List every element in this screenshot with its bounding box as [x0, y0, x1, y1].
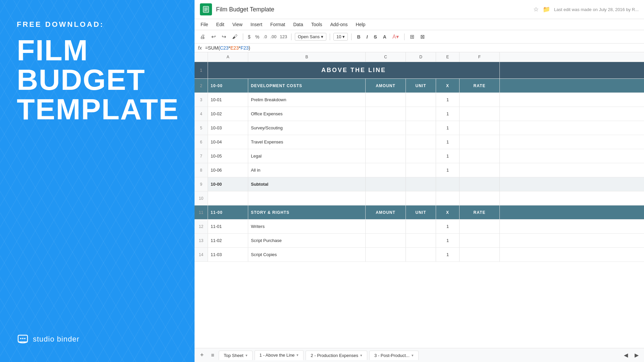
formula-content[interactable]: =SUM(C23*E23*F23) [205, 45, 641, 51]
tab-dropdown-icon[interactable]: ▾ [297, 353, 299, 357]
amount-cell[interactable] [366, 149, 406, 163]
amount-cell[interactable] [366, 135, 406, 149]
x-cell[interactable]: 1 [436, 248, 460, 261]
menu-data[interactable]: Data [292, 20, 304, 28]
line-code-cell[interactable]: 10-04 [208, 135, 248, 149]
menu-file[interactable]: File [200, 20, 209, 28]
rate-cell[interactable] [460, 93, 500, 107]
line-code-cell[interactable]: 11-01 [208, 220, 248, 233]
strikethrough-btn[interactable]: S [372, 33, 379, 41]
rate-cell[interactable] [460, 107, 500, 121]
font-size-selector[interactable]: 10 ▾ [333, 33, 348, 41]
rate-cell[interactable] [460, 149, 500, 163]
section-title-cell[interactable]: ABOVE THE LINE [208, 62, 500, 78]
line-name-cell[interactable]: Travel Expenses [248, 135, 366, 149]
menu-edit[interactable]: Edit [216, 20, 225, 28]
star-icon[interactable]: ☆ [533, 6, 539, 13]
col-header-f[interactable]: F [460, 52, 500, 62]
x-cell[interactable]: 1 [436, 135, 460, 149]
print-btn[interactable]: 🖨 [198, 33, 207, 41]
line-code-cell[interactable]: 11-03 [208, 248, 248, 261]
tab-dropdown-icon[interactable]: ▾ [412, 353, 414, 358]
empty-cell[interactable] [248, 191, 366, 205]
paint-format-btn[interactable]: 🖌 [230, 33, 239, 41]
rate-cell[interactable] [460, 248, 500, 261]
tab-top-sheet[interactable]: Top Sheet ▾ [219, 351, 253, 360]
sheet-list-button[interactable]: ≡ [208, 351, 217, 360]
redo-btn[interactable]: ↪ [220, 32, 228, 41]
subtotal-code-cell[interactable]: 10-00 [208, 177, 248, 191]
empty-cell[interactable] [436, 191, 460, 205]
percent-btn[interactable]: % [254, 33, 261, 41]
rate-cell[interactable] [460, 234, 500, 247]
currency-btn[interactable]: $ [247, 33, 252, 41]
line-name-cell[interactable]: All in [248, 163, 366, 177]
menu-insert[interactable]: Insert [250, 20, 263, 28]
tab-prev-button[interactable]: ◀ [621, 351, 631, 360]
menu-help[interactable]: Help [355, 20, 366, 28]
merge-btn[interactable]: ⊠ [418, 32, 427, 41]
unit-cell[interactable] [406, 135, 436, 149]
x-cell[interactable]: 1 [436, 121, 460, 135]
add-sheet-button[interactable]: + [197, 351, 207, 360]
line-code-cell[interactable]: 11-02 [208, 234, 248, 247]
line-name-cell[interactable]: Script Copies [248, 248, 366, 261]
amount-cell[interactable] [366, 93, 406, 107]
bold-btn[interactable]: B [355, 33, 362, 41]
font-selector[interactable]: Open Sans ▾ [295, 33, 326, 41]
amount-cell[interactable] [366, 107, 406, 121]
unit-cell[interactable] [406, 93, 436, 107]
amount-cell[interactable] [366, 248, 406, 261]
empty-cell[interactable] [208, 191, 248, 205]
line-code-cell[interactable]: 10-01 [208, 93, 248, 107]
line-name-cell[interactable]: Script Purchase [248, 234, 366, 247]
subtotal-rate-cell[interactable] [460, 177, 500, 191]
decimal-increase-btn[interactable]: .00 [270, 33, 277, 41]
underline-a-btn[interactable]: A [381, 33, 388, 41]
subtotal-label-cell[interactable]: Subtotal [248, 177, 366, 191]
folder-icon[interactable]: 📁 [543, 6, 550, 13]
menu-view[interactable]: View [232, 20, 243, 28]
unit-cell[interactable] [406, 121, 436, 135]
col-header-d[interactable]: D [406, 52, 436, 62]
x-cell[interactable]: 1 [436, 234, 460, 247]
italic-btn[interactable]: I [365, 33, 370, 41]
rate-cell[interactable] [460, 121, 500, 135]
col-header-e[interactable]: E [436, 52, 460, 62]
amount-cell[interactable] [366, 121, 406, 135]
unit-cell[interactable] [406, 107, 436, 121]
rate-cell[interactable] [460, 220, 500, 233]
tab-dropdown-icon[interactable]: ▾ [246, 353, 248, 358]
amount-cell[interactable] [366, 163, 406, 177]
line-code-cell[interactable]: 10-03 [208, 121, 248, 135]
category-name-cell[interactable]: DEVELOPMENT COSTS [248, 79, 366, 93]
fill-color-btn[interactable]: A▾ [390, 32, 401, 41]
line-name-cell[interactable]: Legal [248, 149, 366, 163]
empty-cell[interactable] [366, 191, 406, 205]
line-code-cell[interactable]: 10-05 [208, 149, 248, 163]
tab-next-button[interactable]: ▶ [632, 351, 641, 360]
subtotal-unit-cell[interactable] [406, 177, 436, 191]
tab-dropdown-icon[interactable]: ▾ [360, 353, 362, 358]
col-header-b[interactable]: B [248, 52, 366, 62]
x-cell[interactable]: 1 [436, 149, 460, 163]
decimal-decrease-btn[interactable]: .0 [263, 33, 268, 41]
amount-cell[interactable] [366, 220, 406, 233]
empty-cell[interactable] [406, 191, 436, 205]
undo-btn[interactable]: ↩ [209, 32, 218, 41]
unit-cell[interactable] [406, 149, 436, 163]
category-code-cell[interactable]: 11-00 [208, 205, 248, 219]
tab-post-production[interactable]: 3 - Post-Product... ▾ [369, 351, 419, 360]
rate-cell[interactable] [460, 135, 500, 149]
unit-cell[interactable] [406, 234, 436, 247]
x-cell[interactable]: 1 [436, 163, 460, 177]
line-name-cell[interactable]: Writers [248, 220, 366, 233]
line-name-cell[interactable]: Prelim Breakdown [248, 93, 366, 107]
col-header-c[interactable]: C [366, 52, 406, 62]
x-cell[interactable]: 1 [436, 220, 460, 233]
decimal-format-btn[interactable]: 123 [279, 33, 288, 41]
line-name-cell[interactable]: Survey/Scouting [248, 121, 366, 135]
empty-cell[interactable] [460, 191, 500, 205]
rate-cell[interactable] [460, 163, 500, 177]
line-name-cell[interactable]: Office Expenses [248, 107, 366, 121]
